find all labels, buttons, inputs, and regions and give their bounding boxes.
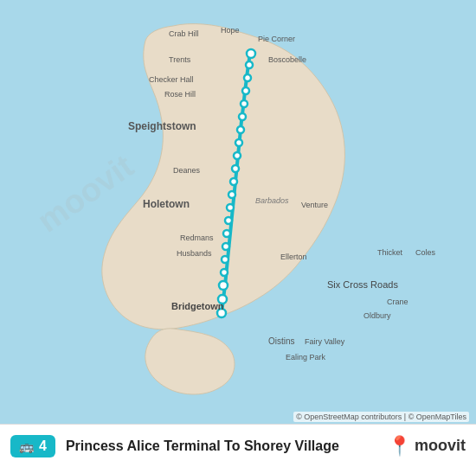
svg-point-17 (222, 256, 228, 263)
svg-text:Rose Hill: Rose Hill (164, 90, 196, 99)
svg-point-2 (246, 61, 253, 68)
svg-point-5 (241, 100, 248, 107)
svg-text:Oldbury: Oldbury (363, 311, 391, 320)
moovit-logo: 📍 moovit (388, 435, 466, 457)
svg-text:Coles: Coles (415, 248, 436, 257)
svg-point-1 (247, 49, 255, 58)
svg-point-11 (230, 178, 237, 185)
map-attribution: © OpenStreetMap contributors | © OpenMap… (293, 412, 469, 422)
svg-text:Fairy Valley: Fairy Valley (305, 337, 345, 346)
svg-text:Thicket: Thicket (377, 248, 403, 257)
svg-text:Oistins: Oistins (268, 336, 295, 346)
svg-text:Six Cross Roads: Six Cross Roads (327, 279, 398, 290)
svg-point-3 (244, 74, 251, 81)
svg-text:Ellerton: Ellerton (280, 253, 307, 261)
svg-text:Crane: Crane (387, 297, 408, 306)
svg-text:Hope: Hope (221, 26, 240, 35)
svg-point-19 (219, 281, 228, 290)
route-title: Princess Alice Terminal To Shorey Villag… (66, 438, 388, 454)
svg-text:Ealing Park: Ealing Park (286, 353, 326, 361)
svg-text:Deanes: Deanes (173, 166, 201, 175)
svg-point-13 (227, 204, 234, 211)
svg-point-7 (237, 126, 244, 133)
svg-text:Redmans: Redmans (180, 234, 214, 242)
svg-text:Speightstown: Speightstown (128, 120, 196, 132)
svg-text:Barbados: Barbados (255, 196, 289, 205)
route-number: 4 (39, 438, 47, 454)
svg-text:Bridgetown: Bridgetown (171, 301, 224, 311)
map-container: Crab Hill Hope Pie Corner Trents Boscobe… (0, 0, 476, 424)
svg-text:Husbands: Husbands (177, 249, 212, 258)
svg-text:Trents: Trents (169, 55, 191, 64)
svg-point-6 (239, 113, 246, 120)
svg-point-8 (235, 139, 242, 146)
svg-point-9 (234, 152, 241, 159)
svg-text:Venture: Venture (301, 201, 328, 209)
svg-point-15 (223, 230, 230, 237)
svg-point-16 (222, 243, 229, 250)
svg-text:Checker Hall: Checker Hall (149, 75, 194, 84)
svg-point-4 (242, 87, 249, 94)
bus-icon: 🚌 (19, 439, 34, 453)
svg-text:Holetown: Holetown (143, 198, 190, 210)
moovit-pin-icon: 📍 (388, 435, 411, 457)
svg-point-18 (221, 269, 228, 276)
svg-point-14 (225, 217, 232, 224)
route-badge: 🚌 4 (10, 435, 55, 457)
svg-point-10 (232, 165, 239, 172)
svg-point-12 (228, 191, 235, 198)
svg-text:Boscobelle: Boscobelle (268, 55, 306, 64)
svg-text:Pie Corner: Pie Corner (258, 35, 295, 43)
svg-text:Crab Hill: Crab Hill (169, 29, 199, 38)
moovit-logo-text: moovit (415, 437, 466, 455)
footer: 🚌 4 Princess Alice Terminal To Shorey Vi… (0, 424, 476, 467)
